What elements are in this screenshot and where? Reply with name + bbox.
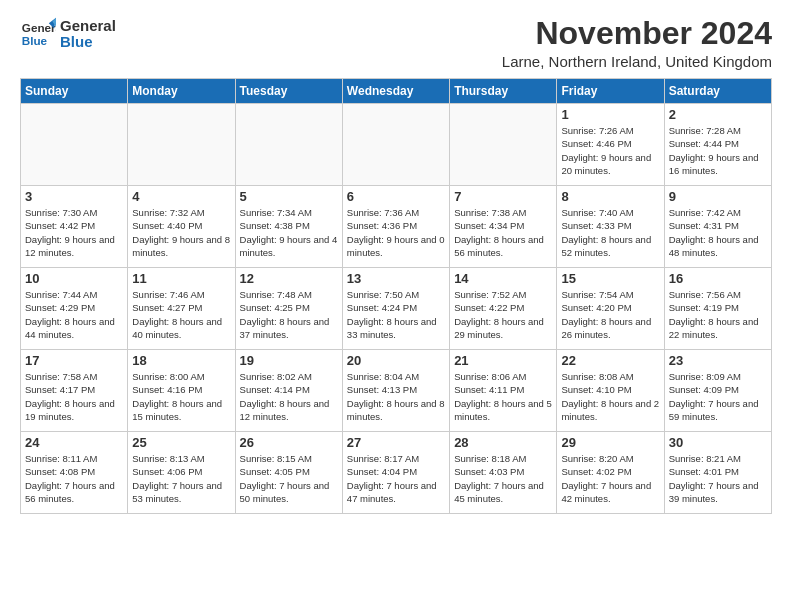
day-number: 25 xyxy=(132,435,230,450)
calendar-cell xyxy=(450,104,557,186)
calendar-cell: 20Sunrise: 8:04 AM Sunset: 4:13 PM Dayli… xyxy=(342,350,449,432)
day-info: Sunrise: 7:42 AM Sunset: 4:31 PM Dayligh… xyxy=(669,206,767,259)
header-friday: Friday xyxy=(557,79,664,104)
calendar-cell xyxy=(128,104,235,186)
calendar-cell: 30Sunrise: 8:21 AM Sunset: 4:01 PM Dayli… xyxy=(664,432,771,514)
day-number: 19 xyxy=(240,353,338,368)
day-number: 30 xyxy=(669,435,767,450)
calendar-cell: 1Sunrise: 7:26 AM Sunset: 4:46 PM Daylig… xyxy=(557,104,664,186)
day-number: 3 xyxy=(25,189,123,204)
day-number: 18 xyxy=(132,353,230,368)
calendar: Sunday Monday Tuesday Wednesday Thursday… xyxy=(20,78,772,514)
calendar-cell: 10Sunrise: 7:44 AM Sunset: 4:29 PM Dayli… xyxy=(21,268,128,350)
calendar-cell: 12Sunrise: 7:48 AM Sunset: 4:25 PM Dayli… xyxy=(235,268,342,350)
calendar-week-2: 3Sunrise: 7:30 AM Sunset: 4:42 PM Daylig… xyxy=(21,186,772,268)
calendar-cell: 17Sunrise: 7:58 AM Sunset: 4:17 PM Dayli… xyxy=(21,350,128,432)
day-number: 20 xyxy=(347,353,445,368)
day-info: Sunrise: 8:06 AM Sunset: 4:11 PM Dayligh… xyxy=(454,370,552,423)
day-info: Sunrise: 7:30 AM Sunset: 4:42 PM Dayligh… xyxy=(25,206,123,259)
calendar-cell xyxy=(235,104,342,186)
day-number: 1 xyxy=(561,107,659,122)
calendar-cell: 13Sunrise: 7:50 AM Sunset: 4:24 PM Dayli… xyxy=(342,268,449,350)
page: General Blue General Blue November 2024 … xyxy=(0,0,792,524)
svg-text:Blue: Blue xyxy=(22,34,48,47)
day-number: 21 xyxy=(454,353,552,368)
day-info: Sunrise: 7:40 AM Sunset: 4:33 PM Dayligh… xyxy=(561,206,659,259)
day-number: 9 xyxy=(669,189,767,204)
day-number: 23 xyxy=(669,353,767,368)
calendar-cell: 19Sunrise: 8:02 AM Sunset: 4:14 PM Dayli… xyxy=(235,350,342,432)
day-number: 26 xyxy=(240,435,338,450)
day-number: 7 xyxy=(454,189,552,204)
calendar-week-3: 10Sunrise: 7:44 AM Sunset: 4:29 PM Dayli… xyxy=(21,268,772,350)
day-info: Sunrise: 8:17 AM Sunset: 4:04 PM Dayligh… xyxy=(347,452,445,505)
calendar-cell: 21Sunrise: 8:06 AM Sunset: 4:11 PM Dayli… xyxy=(450,350,557,432)
calendar-cell: 29Sunrise: 8:20 AM Sunset: 4:02 PM Dayli… xyxy=(557,432,664,514)
day-number: 17 xyxy=(25,353,123,368)
calendar-cell: 2Sunrise: 7:28 AM Sunset: 4:44 PM Daylig… xyxy=(664,104,771,186)
day-number: 13 xyxy=(347,271,445,286)
calendar-cell: 15Sunrise: 7:54 AM Sunset: 4:20 PM Dayli… xyxy=(557,268,664,350)
calendar-cell: 14Sunrise: 7:52 AM Sunset: 4:22 PM Dayli… xyxy=(450,268,557,350)
header-thursday: Thursday xyxy=(450,79,557,104)
calendar-cell: 5Sunrise: 7:34 AM Sunset: 4:38 PM Daylig… xyxy=(235,186,342,268)
day-info: Sunrise: 8:20 AM Sunset: 4:02 PM Dayligh… xyxy=(561,452,659,505)
day-info: Sunrise: 7:46 AM Sunset: 4:27 PM Dayligh… xyxy=(132,288,230,341)
calendar-week-4: 17Sunrise: 7:58 AM Sunset: 4:17 PM Dayli… xyxy=(21,350,772,432)
calendar-cell: 7Sunrise: 7:38 AM Sunset: 4:34 PM Daylig… xyxy=(450,186,557,268)
header-wednesday: Wednesday xyxy=(342,79,449,104)
day-info: Sunrise: 8:09 AM Sunset: 4:09 PM Dayligh… xyxy=(669,370,767,423)
header-sunday: Sunday xyxy=(21,79,128,104)
day-number: 4 xyxy=(132,189,230,204)
calendar-week-1: 1Sunrise: 7:26 AM Sunset: 4:46 PM Daylig… xyxy=(21,104,772,186)
location: Larne, Northern Ireland, United Kingdom xyxy=(502,53,772,70)
day-info: Sunrise: 7:26 AM Sunset: 4:46 PM Dayligh… xyxy=(561,124,659,177)
day-number: 27 xyxy=(347,435,445,450)
day-info: Sunrise: 8:08 AM Sunset: 4:10 PM Dayligh… xyxy=(561,370,659,423)
calendar-cell: 8Sunrise: 7:40 AM Sunset: 4:33 PM Daylig… xyxy=(557,186,664,268)
calendar-cell xyxy=(342,104,449,186)
day-number: 28 xyxy=(454,435,552,450)
calendar-cell: 16Sunrise: 7:56 AM Sunset: 4:19 PM Dayli… xyxy=(664,268,771,350)
logo: General Blue General Blue xyxy=(20,16,116,52)
logo-icon: General Blue xyxy=(20,16,56,52)
title-area: November 2024 Larne, Northern Ireland, U… xyxy=(502,16,772,70)
header-monday: Monday xyxy=(128,79,235,104)
day-number: 11 xyxy=(132,271,230,286)
calendar-header-row: Sunday Monday Tuesday Wednesday Thursday… xyxy=(21,79,772,104)
calendar-week-5: 24Sunrise: 8:11 AM Sunset: 4:08 PM Dayli… xyxy=(21,432,772,514)
calendar-cell: 18Sunrise: 8:00 AM Sunset: 4:16 PM Dayli… xyxy=(128,350,235,432)
day-number: 10 xyxy=(25,271,123,286)
day-info: Sunrise: 7:54 AM Sunset: 4:20 PM Dayligh… xyxy=(561,288,659,341)
day-number: 8 xyxy=(561,189,659,204)
day-info: Sunrise: 8:15 AM Sunset: 4:05 PM Dayligh… xyxy=(240,452,338,505)
day-info: Sunrise: 7:52 AM Sunset: 4:22 PM Dayligh… xyxy=(454,288,552,341)
calendar-cell: 4Sunrise: 7:32 AM Sunset: 4:40 PM Daylig… xyxy=(128,186,235,268)
calendar-cell: 23Sunrise: 8:09 AM Sunset: 4:09 PM Dayli… xyxy=(664,350,771,432)
calendar-cell: 22Sunrise: 8:08 AM Sunset: 4:10 PM Dayli… xyxy=(557,350,664,432)
day-info: Sunrise: 8:11 AM Sunset: 4:08 PM Dayligh… xyxy=(25,452,123,505)
day-info: Sunrise: 7:56 AM Sunset: 4:19 PM Dayligh… xyxy=(669,288,767,341)
day-number: 6 xyxy=(347,189,445,204)
day-number: 5 xyxy=(240,189,338,204)
day-info: Sunrise: 7:34 AM Sunset: 4:38 PM Dayligh… xyxy=(240,206,338,259)
calendar-cell xyxy=(21,104,128,186)
day-info: Sunrise: 7:58 AM Sunset: 4:17 PM Dayligh… xyxy=(25,370,123,423)
day-info: Sunrise: 8:02 AM Sunset: 4:14 PM Dayligh… xyxy=(240,370,338,423)
day-number: 29 xyxy=(561,435,659,450)
day-number: 22 xyxy=(561,353,659,368)
day-info: Sunrise: 7:38 AM Sunset: 4:34 PM Dayligh… xyxy=(454,206,552,259)
day-info: Sunrise: 8:00 AM Sunset: 4:16 PM Dayligh… xyxy=(132,370,230,423)
day-number: 15 xyxy=(561,271,659,286)
calendar-cell: 24Sunrise: 8:11 AM Sunset: 4:08 PM Dayli… xyxy=(21,432,128,514)
day-info: Sunrise: 8:04 AM Sunset: 4:13 PM Dayligh… xyxy=(347,370,445,423)
day-info: Sunrise: 7:36 AM Sunset: 4:36 PM Dayligh… xyxy=(347,206,445,259)
day-number: 14 xyxy=(454,271,552,286)
day-number: 12 xyxy=(240,271,338,286)
month-title: November 2024 xyxy=(502,16,772,51)
day-info: Sunrise: 8:21 AM Sunset: 4:01 PM Dayligh… xyxy=(669,452,767,505)
header-tuesday: Tuesday xyxy=(235,79,342,104)
calendar-cell: 3Sunrise: 7:30 AM Sunset: 4:42 PM Daylig… xyxy=(21,186,128,268)
day-number: 24 xyxy=(25,435,123,450)
day-info: Sunrise: 7:50 AM Sunset: 4:24 PM Dayligh… xyxy=(347,288,445,341)
